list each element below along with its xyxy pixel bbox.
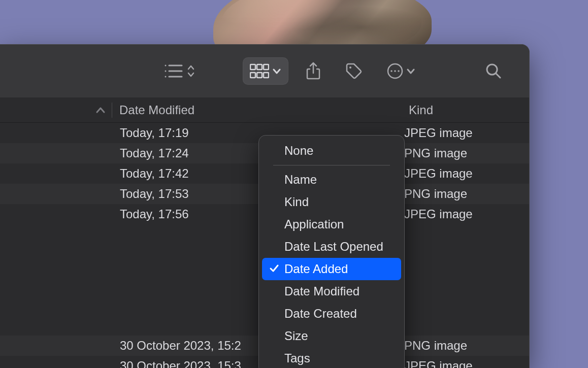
sort-indicator[interactable]: [89, 106, 112, 114]
svg-point-4: [165, 76, 167, 78]
menu-label: Application: [284, 217, 344, 231]
cell-kind: JPEG image: [404, 166, 529, 181]
view-list-button[interactable]: [156, 57, 202, 85]
column-headers: Date Modified Kind: [0, 97, 529, 123]
svg-rect-11: [264, 73, 269, 78]
svg-rect-6: [250, 64, 255, 70]
menu-label: Name: [284, 173, 317, 187]
more-icon: [387, 63, 403, 79]
groupby-button[interactable]: [243, 57, 288, 85]
menu-label: Date Modified: [284, 284, 360, 298]
menu-label: Date Added: [284, 262, 348, 276]
groupby-option-date-modified[interactable]: Date Modified: [262, 280, 401, 303]
list-icon: [164, 63, 184, 79]
search-button[interactable]: [478, 57, 509, 85]
groupby-option-date-last-opened[interactable]: Date Last Opened: [262, 236, 401, 258]
more-button[interactable]: [380, 57, 422, 85]
menu-separator: [273, 165, 390, 165]
groupby-option-application[interactable]: Application: [262, 213, 401, 236]
cell-kind: JPEG image: [404, 126, 529, 140]
finder-window: Date Modified Kind Today, 17:19 JPEG ima…: [0, 44, 530, 368]
cell-kind: PNG image: [404, 187, 529, 201]
groupby-option-none[interactable]: None: [262, 140, 401, 162]
menu-label: Kind: [284, 195, 309, 209]
menu-label: None: [284, 144, 313, 158]
cell-kind: PNG image: [404, 339, 529, 353]
svg-line-19: [496, 74, 500, 78]
cell-kind: JPEG image: [404, 359, 529, 368]
groupby-dropdown: None Name Kind Application Date Last Ope…: [258, 135, 405, 368]
svg-point-0: [165, 65, 167, 66]
groupby-option-kind[interactable]: Kind: [262, 191, 401, 213]
svg-point-13: [349, 66, 351, 69]
cell-kind: PNG image: [404, 146, 529, 160]
tags-button[interactable]: [338, 57, 370, 85]
svg-point-17: [398, 70, 400, 72]
check-icon: [269, 262, 279, 276]
share-icon: [306, 62, 321, 80]
svg-rect-8: [264, 64, 269, 70]
svg-rect-7: [257, 64, 262, 70]
header-date-modified[interactable]: Date Modified: [119, 103, 287, 117]
svg-point-2: [165, 71, 167, 72]
svg-point-15: [390, 70, 393, 72]
menu-label: Date Created: [284, 307, 357, 321]
share-button[interactable]: [299, 57, 328, 85]
chevron-down-icon: [272, 66, 281, 76]
menu-label: Date Last Opened: [284, 240, 383, 254]
header-kind[interactable]: Kind: [409, 103, 529, 117]
groupby-option-date-created[interactable]: Date Created: [262, 303, 401, 325]
svg-rect-9: [250, 73, 255, 78]
menu-label: Size: [284, 329, 308, 343]
tag-icon: [345, 62, 363, 80]
groupby-option-name[interactable]: Name: [262, 169, 401, 191]
groupby-icon: [250, 63, 269, 79]
cell-kind: JPEG image: [404, 207, 529, 221]
search-icon: [485, 63, 502, 79]
updown-icon: [187, 64, 195, 78]
menu-label: Tags: [284, 351, 310, 365]
svg-rect-10: [257, 73, 262, 78]
toolbar: [0, 45, 529, 97]
chevron-down-icon: [406, 66, 415, 76]
svg-point-16: [394, 70, 396, 72]
groupby-option-tags[interactable]: Tags: [262, 347, 401, 368]
groupby-option-size[interactable]: Size: [262, 325, 401, 347]
groupby-option-date-added[interactable]: Date Added: [262, 258, 401, 280]
